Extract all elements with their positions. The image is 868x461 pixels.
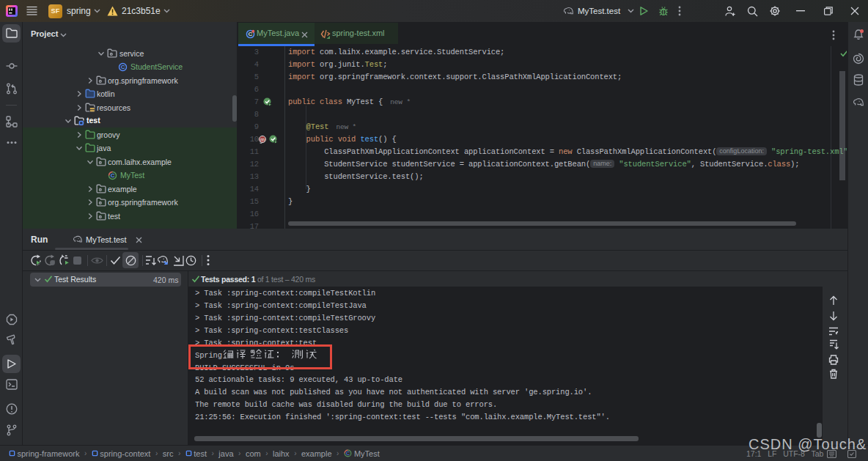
svg-text:C: C: [346, 451, 350, 456]
svg-text:C: C: [121, 64, 125, 70]
svg-text:C: C: [111, 172, 115, 179]
svg-text:m: m: [260, 136, 265, 143]
